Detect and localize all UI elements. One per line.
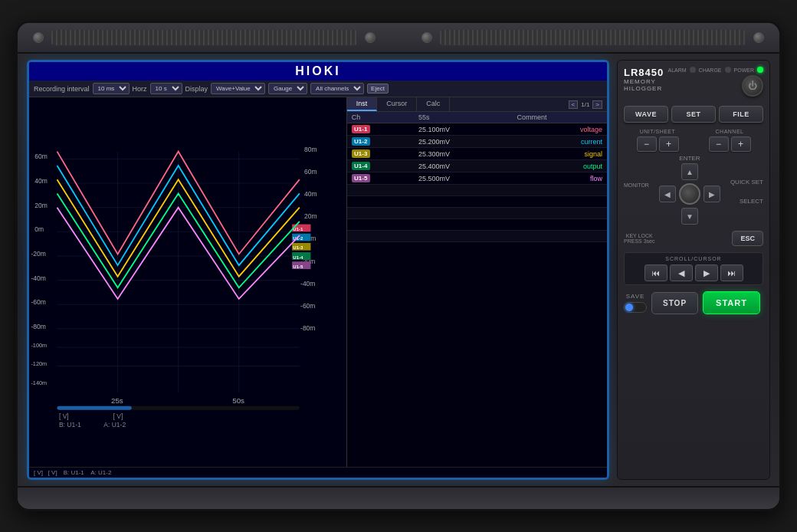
svg-text:[ V]: [ V] xyxy=(113,412,123,420)
hioki-logo: HIOKI xyxy=(295,64,340,78)
page-prev[interactable]: < xyxy=(569,100,579,109)
ch-label-1: U1-1 xyxy=(352,125,370,133)
indicator-row: ALARM CHARGE POWER xyxy=(667,67,763,73)
comment-1: voltage xyxy=(512,123,607,136)
footer-cursors: B: U1-1 A: U1-2 xyxy=(64,469,112,476)
channel-section: CHANNEL − + xyxy=(696,129,763,152)
pagination: < 1/1 > xyxy=(564,97,607,111)
eject-button[interactable]: Eject xyxy=(367,84,389,94)
table-row-empty xyxy=(347,185,607,196)
unit-plus-btn[interactable]: + xyxy=(659,136,679,152)
page-current: 1/1 xyxy=(581,101,589,108)
col-time: 55s xyxy=(414,112,512,123)
table-row-empty xyxy=(347,231,607,242)
scroll-section: SCROLL/CURSOR ⏮ ◀ ▶ ⏭ xyxy=(624,252,763,285)
power-button[interactable]: ⏻ xyxy=(742,75,763,97)
nav-down-btn[interactable]: ▼ xyxy=(681,208,698,225)
table-row-empty xyxy=(347,219,607,231)
display-select[interactable]: Wave+Value xyxy=(211,83,265,94)
gauge-select[interactable]: Gauge xyxy=(268,83,307,94)
stop-button[interactable]: STOP xyxy=(651,292,698,314)
wave-button[interactable]: WAVE xyxy=(624,106,668,123)
screw-1 xyxy=(33,32,44,43)
svg-text:-40m: -40m xyxy=(300,280,315,287)
screw-3 xyxy=(421,32,432,43)
scroll-right[interactable]: ▶ xyxy=(695,264,718,281)
model-info: LR8450 MEMORY HILOGGER xyxy=(624,67,667,92)
file-button[interactable]: FILE xyxy=(719,106,763,123)
ch-label-3: U1-3 xyxy=(352,149,370,158)
esc-button[interactable]: ESC xyxy=(732,231,763,246)
scroll-left[interactable]: ◀ xyxy=(670,264,693,281)
value-1: 25.100mV xyxy=(414,123,512,136)
alarm-indicator xyxy=(690,67,696,73)
data-table: Ch 55s Comment U1-1 25.100mV voltage xyxy=(347,112,607,467)
horz-label: Horz xyxy=(133,85,147,93)
page-next[interactable]: > xyxy=(592,100,602,109)
svg-text:80m: 80m xyxy=(304,146,317,153)
svg-text:25s: 25s xyxy=(111,396,123,405)
power-label: POWER xyxy=(734,67,754,73)
keylock-text: KEY LOCK PRESS 3sec xyxy=(624,233,654,244)
svg-text:U1-3: U1-3 xyxy=(293,245,303,250)
tab-cursor[interactable]: Cursor xyxy=(377,97,417,111)
top-ridge xyxy=(18,23,779,54)
control-panel: LR8450 MEMORY HILOGGER ALARM CHARGE POWE… xyxy=(617,60,770,480)
nav-up-btn[interactable]: ▲ xyxy=(681,163,698,180)
unit-channel-section: UNIT/SHEET − + CHANNEL − + xyxy=(624,129,763,152)
enter-label: ENTER xyxy=(679,155,700,162)
horz-select[interactable]: 10 s xyxy=(150,83,182,94)
svg-text:B: U1-1: B: U1-1 xyxy=(59,421,81,429)
channels-select[interactable]: All channels xyxy=(310,83,364,94)
ch-label-5: U1-5 xyxy=(352,174,370,182)
tab-row: Inst Cursor Calc < 1/1 > xyxy=(347,97,607,112)
select-label: SELECT xyxy=(730,198,763,205)
recording-label: Recording interval xyxy=(34,85,90,93)
save-toggle-track[interactable] xyxy=(624,302,647,313)
nav-right-btn[interactable]: ▶ xyxy=(704,186,720,202)
bottom-controls: SAVE STOP START xyxy=(624,291,763,314)
table-row: U1-5 25.500mV flow xyxy=(347,172,607,185)
svg-text:-20m: -20m xyxy=(31,250,45,258)
table-row: U1-3 25.300mV signal xyxy=(347,148,607,160)
display-label: Display xyxy=(185,85,208,93)
value-2: 25.200mV xyxy=(414,136,512,148)
svg-text:U1-5: U1-5 xyxy=(293,264,303,269)
nav-section: MONITOR ENTER ▲ ◀ ▶ ▼ QUICK SET xyxy=(624,158,763,225)
scroll-fast-right[interactable]: ⏭ xyxy=(720,264,743,281)
monitor-label: MONITOR xyxy=(624,182,649,188)
svg-text:20m: 20m xyxy=(304,212,317,220)
nav-pad: ▲ ◀ ▶ ▼ xyxy=(659,163,720,225)
screen-footer: [ V] [ V] B: U1-1 A: U1-2 xyxy=(29,467,607,478)
channel-minus-btn[interactable]: − xyxy=(709,136,729,152)
device-body: HIOKI Recording interval 10 ms Horz 10 s… xyxy=(15,21,782,511)
nav-left-btn[interactable]: ◀ xyxy=(659,186,676,202)
svg-text:50s: 50s xyxy=(232,396,244,405)
svg-text:A: U1-2: A: U1-2 xyxy=(103,421,126,429)
value-3: 25.300mV xyxy=(414,148,512,160)
power-indicator xyxy=(757,67,763,73)
table-row: U1-2 25.200mV current xyxy=(347,136,607,148)
nav-left-labels: MONITOR xyxy=(624,182,649,200)
tab-calc[interactable]: Calc xyxy=(417,97,450,111)
set-button[interactable]: SET xyxy=(671,106,716,123)
svg-text:40m: 40m xyxy=(304,190,317,198)
tab-inst[interactable]: Inst xyxy=(347,97,378,111)
svg-text:-80m: -80m xyxy=(31,323,45,330)
svg-text:-60m: -60m xyxy=(31,298,45,306)
screw-2 xyxy=(365,32,376,43)
start-button[interactable]: START xyxy=(703,291,760,314)
value-5: 25.500mV xyxy=(414,172,512,185)
scroll-fast-left[interactable]: ⏮ xyxy=(644,264,667,281)
model-sub: MEMORY HILOGGER xyxy=(624,78,667,92)
charge-indicator xyxy=(725,67,731,73)
unit-minus-btn[interactable]: − xyxy=(637,136,657,152)
ch-label-2: U1-2 xyxy=(352,137,370,146)
channel-plus-btn[interactable]: + xyxy=(731,136,751,152)
recording-interval-select[interactable]: 10 ms xyxy=(93,83,130,94)
alarm-label: ALARM xyxy=(667,67,686,73)
svg-text:60m: 60m xyxy=(34,153,48,160)
unit-sheet-label: UNIT/SHEET xyxy=(624,129,691,134)
nav-center-btn[interactable] xyxy=(679,183,700,205)
screen-header: HIOKI xyxy=(29,62,607,80)
